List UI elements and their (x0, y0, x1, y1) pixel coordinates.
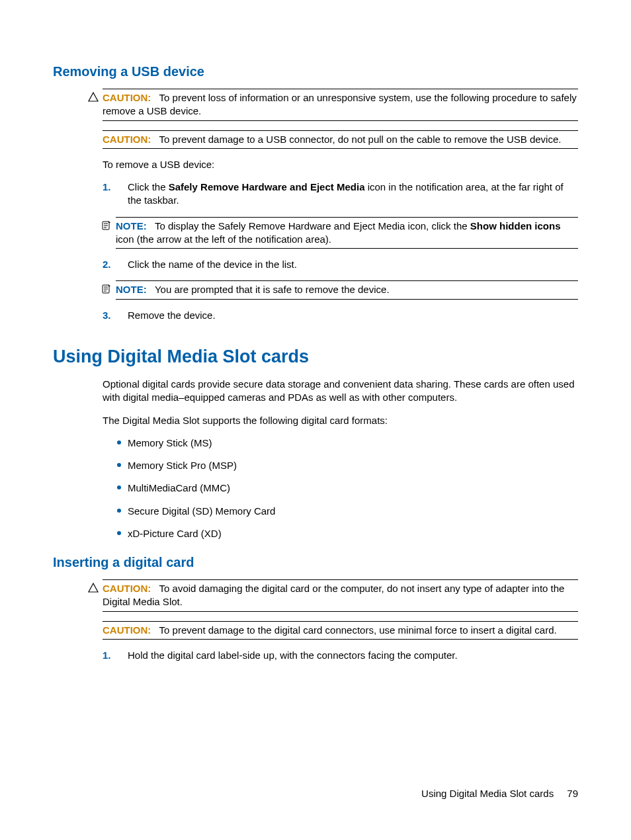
caution-text: To prevent loss of information or an unr… (159, 92, 548, 103)
bullet-text: Memory Stick (MS) (128, 437, 212, 448)
list-item: 2. Click the name of the device in the l… (103, 258, 578, 271)
page-number: 79 (567, 788, 578, 799)
caution-text: To avoid damaging the digital card or th… (159, 583, 548, 594)
caution-label: CAUTION: (103, 134, 151, 145)
caution-callout: CAUTION: To prevent damage to a USB conn… (103, 130, 578, 149)
footer-title: Using Digital Media Slot cards (421, 788, 554, 799)
step-bold: Safely Remove Hardware and Eject Media (169, 181, 365, 192)
note-text: To display the Safely Remove Hardware an… (155, 220, 470, 231)
step-text: Click the name of the device in the list… (128, 259, 297, 270)
bullet-text: Memory Stick Pro (MSP) (128, 460, 237, 471)
note-callout: NOTE: To display the Safely Remove Hardw… (116, 217, 578, 249)
caution-label: CAUTION: (103, 92, 151, 103)
bullet-icon (117, 485, 121, 489)
bullet-icon (117, 463, 121, 467)
list-item: Memory Stick (MS) (103, 437, 578, 450)
caution-text: To prevent damage to a USB connector, do… (159, 134, 562, 145)
bullet-text: xD-Picture Card (XD) (128, 528, 222, 539)
bullet-text: MultiMediaCard (MMC) (128, 482, 230, 493)
caution-label: CAUTION: (103, 583, 151, 594)
list-item: Memory Stick Pro (MSP) (103, 459, 578, 472)
bullet-icon (117, 441, 121, 444)
step-number: 1. (103, 649, 111, 662)
note-callout: NOTE: You are prompted that it is safe t… (116, 280, 578, 299)
heading-digital-media-slot: Using Digital Media Slot cards (53, 345, 578, 368)
unordered-list: Memory Stick (MS) Memory Stick Pro (MSP)… (103, 437, 578, 540)
caution-label: CAUTION: (103, 624, 151, 636)
bullet-icon (117, 509, 121, 513)
paragraph: The Digital Media Slot supports the foll… (103, 414, 578, 427)
note-bold: Show hidden icons (470, 220, 561, 231)
ordered-list: 1. Hold the digital card label-side up, … (103, 649, 578, 662)
bullet-icon (117, 531, 121, 535)
caution-text: To prevent damage to the digital card co… (159, 624, 557, 636)
list-item: xD-Picture Card (XD) (103, 527, 578, 540)
list-item: 3. Remove the device. (103, 309, 578, 322)
list-item: Secure Digital (SD) Memory Card (103, 505, 578, 518)
paragraph: Optional digital cards provide secure da… (103, 378, 578, 405)
note-label: NOTE: (116, 220, 147, 231)
intro-text: To remove a USB device: (103, 158, 578, 171)
caution-callout: CAUTION: To prevent loss of information … (103, 89, 578, 121)
page-footer: Using Digital Media Slot cards 79 (421, 787, 578, 800)
heading-removing-usb: Removing a USB device (53, 63, 578, 81)
caution-callout: CAUTION: To avoid damaging the digital c… (103, 579, 578, 612)
note-icon (101, 284, 112, 294)
note-text: icon (the arrow at the left of the notif… (116, 233, 331, 245)
list-item: MultiMediaCard (MMC) (103, 482, 578, 495)
step-text: Hold the digital card label-side up, wit… (128, 650, 458, 661)
caution-triangle-icon (88, 92, 99, 103)
note-label: NOTE: (116, 284, 147, 295)
list-item: 1. Click the Safely Remove Hardware and … (103, 181, 578, 208)
list-item: 1. Hold the digital card label-side up, … (103, 649, 578, 662)
caution-callout: CAUTION: To prevent damage to the digita… (103, 621, 578, 640)
ordered-list: 1. Click the Safely Remove Hardware and … (103, 181, 578, 322)
caution-triangle-icon (88, 583, 99, 593)
step-number: 1. (103, 181, 111, 194)
heading-inserting-card: Inserting a digital card (53, 554, 578, 571)
bullet-text: Secure Digital (SD) Memory Card (128, 505, 275, 517)
step-number: 2. (103, 258, 111, 271)
step-number: 3. (103, 309, 111, 322)
note-text: You are prompted that it is safe to remo… (155, 284, 390, 295)
step-text: Click the (128, 181, 169, 192)
step-text: Remove the device. (128, 310, 216, 321)
note-icon (101, 220, 112, 231)
